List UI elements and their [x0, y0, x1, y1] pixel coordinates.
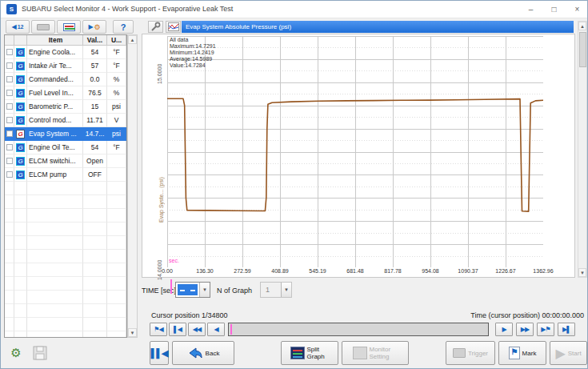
time-cursor-marker: [170, 279, 172, 294]
table-row-empty: [5, 236, 126, 250]
gear-icon: ⚙: [94, 23, 101, 31]
x-tick-label: 272.59: [234, 268, 250, 274]
data-list-icon: 12: [18, 24, 24, 30]
unit-cell: °F: [107, 46, 126, 59]
help-button[interactable]: ?: [113, 20, 134, 34]
minimize-button[interactable]: –: [519, 1, 542, 18]
table-row[interactable]: GEngine Oil Te...54°F: [5, 141, 126, 154]
unit-cell: %: [107, 73, 126, 86]
chevron-down-icon[interactable]: ▼: [199, 283, 210, 297]
fast-forward-button[interactable]: ▶▶: [516, 323, 534, 336]
step-back-button[interactable]: ◀: [207, 323, 225, 336]
graph-scrollbar[interactable]: ▲ ▼: [578, 21, 587, 278]
table-header: Item Val... U...: [5, 35, 126, 46]
x-tick-label: 1226.67: [495, 268, 515, 274]
table-scrollbar[interactable]: ▲ ▼: [127, 34, 138, 338]
graph-view-button[interactable]: [57, 20, 81, 34]
jump-start-button[interactable]: ▌▌◀: [150, 341, 169, 365]
wrench-icon: [150, 22, 161, 32]
row-checkbox[interactable]: [6, 76, 13, 82]
row-checkbox[interactable]: [6, 62, 13, 69]
item-cell: ELCM pump: [27, 168, 83, 182]
row-checkbox[interactable]: [6, 158, 13, 164]
row-checkbox[interactable]: [6, 49, 13, 55]
unit-cell: °F: [107, 141, 126, 154]
app-window: S SUBARU Select Monitor 4 - Work Support…: [0, 0, 588, 369]
split-graph-button[interactable]: Split Graph: [281, 341, 338, 365]
scrollbar-thumb[interactable]: [579, 32, 586, 67]
header-item: Item: [27, 35, 83, 46]
record-settings-button[interactable]: ⚙: [6, 343, 26, 363]
step-forward-button[interactable]: ▶: [495, 323, 513, 336]
item-cell: Control mod...: [27, 114, 83, 127]
position-slider[interactable]: [228, 323, 489, 336]
row-checkbox[interactable]: [6, 117, 13, 123]
prev-mark-button[interactable]: ⚑◀: [150, 323, 167, 336]
rewind-button[interactable]: ◀◀: [188, 323, 206, 336]
graph-flag-icon: G: [16, 143, 25, 152]
skip-end-button[interactable]: ▶▌: [558, 323, 575, 336]
gear-icon: ⚙: [10, 346, 21, 360]
data-list-button[interactable]: ◀ 12: [6, 20, 30, 34]
keyboard-icon: [37, 24, 50, 30]
table-row[interactable]: GCommanded...0.0%: [5, 73, 126, 86]
maximize-button[interactable]: □: [542, 1, 566, 18]
mark-button[interactable]: ⚑ Mark: [498, 341, 546, 365]
table-row[interactable]: GIntake Air Te...57°F: [5, 59, 126, 73]
help-icon: ?: [121, 22, 126, 32]
dashed-line-swatch: [178, 284, 198, 295]
slider-position-marker[interactable]: [230, 324, 232, 335]
x-unit-label: sec.: [169, 258, 179, 263]
table-row[interactable]: GELCM switchi...Open: [5, 154, 126, 168]
unit-cell: psi: [107, 100, 126, 114]
y-axis-top-label: 15.0000: [157, 36, 162, 84]
x-tick-label: 136.30: [196, 268, 213, 274]
table-row[interactable]: GEvap System ...14.7...psi: [5, 127, 126, 141]
cursor-position-label: Cursor position 1/34800: [151, 311, 228, 319]
start-button: ▶ Start: [550, 341, 587, 365]
row-checkbox[interactable]: [6, 144, 13, 150]
time-style-select[interactable]: ▼: [175, 282, 210, 298]
stat-line: All data: [170, 37, 216, 43]
next-mark-button[interactable]: ▶⚑: [537, 323, 554, 336]
value-cell: 11.71: [83, 114, 107, 127]
scroll-up-icon[interactable]: ▲: [128, 35, 137, 44]
settings-arrow-icon: ▶: [88, 23, 93, 30]
table-row[interactable]: GBarometric P...15psi: [5, 100, 126, 114]
settings-button[interactable]: ▶ ⚙: [82, 20, 106, 34]
skip-start-button[interactable]: ▌◀: [169, 323, 186, 336]
close-button[interactable]: ×: [566, 1, 588, 18]
start-arrow-icon: ▶: [555, 346, 565, 361]
header-value: Val...: [83, 35, 107, 46]
table-row-empty: [5, 223, 126, 236]
table-row[interactable]: GEngine Coola...54°F: [5, 46, 126, 59]
x-axis-ticks: 0.00136.30272.59408.89545.19681.48817.78…: [167, 268, 551, 276]
item-cell: Barometric P...: [27, 100, 83, 114]
row-checkbox[interactable]: [6, 171, 13, 178]
item-cell: Fuel Level In...: [27, 86, 83, 100]
row-checkbox[interactable]: [6, 130, 13, 137]
back-button[interactable]: Back: [172, 341, 234, 365]
row-checkbox[interactable]: [6, 90, 13, 96]
table-row[interactable]: GControl mod...11.71V: [5, 114, 126, 127]
window-title: SUBARU Select Monitor 4 - Work Support -…: [22, 5, 233, 13]
graph-type-button[interactable]: [166, 21, 181, 33]
table-row[interactable]: GELCM pumpOFF: [5, 168, 126, 182]
stat-line: Value:14.7284: [170, 62, 216, 69]
scroll-down-icon[interactable]: ▼: [578, 268, 586, 277]
value-cell: 76.5: [83, 86, 107, 100]
pressure-chart: 15.0000 14.0000 Evap Syste... (psi) All …: [142, 34, 575, 278]
scroll-down-icon[interactable]: ▼: [128, 328, 137, 337]
x-tick-label: 0.00: [162, 268, 173, 274]
graph-view-icon: [63, 23, 75, 31]
x-tick-label: 545.19: [309, 268, 326, 274]
n-of-graph-label: N of Graph: [217, 287, 252, 295]
item-cell: Evap System ...: [27, 127, 83, 141]
table-row[interactable]: GFuel Level In...76.5%: [5, 86, 126, 100]
row-checkbox[interactable]: [6, 103, 13, 110]
graph-tools-button[interactable]: [148, 21, 163, 33]
unit-cell: V: [107, 114, 126, 127]
chart-plot: [167, 36, 543, 269]
scroll-up-icon[interactable]: ▲: [578, 22, 586, 30]
mark-flag-icon: ⚑: [509, 347, 520, 359]
